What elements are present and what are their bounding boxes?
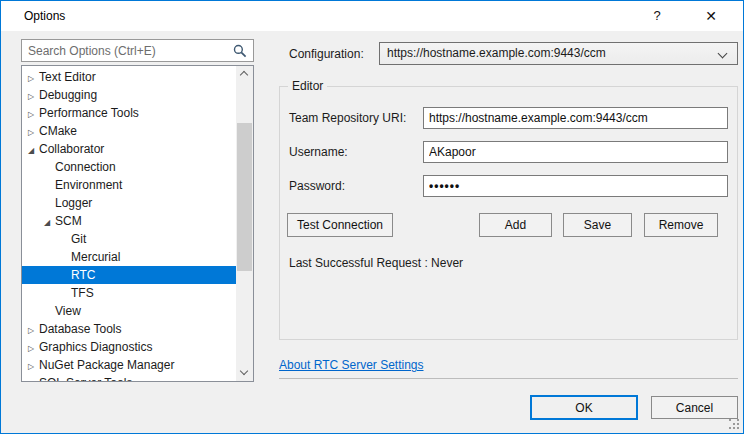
resize-grip-icon[interactable] xyxy=(729,419,739,429)
tree-item-label: Graphics Diagnostics xyxy=(39,340,152,354)
tree-item-label: NuGet Package Manager xyxy=(39,358,174,372)
search-box xyxy=(21,39,254,62)
username-label: Username: xyxy=(289,145,348,159)
tree-item-label: CMake xyxy=(39,124,77,138)
tree-expanded-icon[interactable]: ◢ xyxy=(44,214,55,230)
tree-item-label: Logger xyxy=(55,196,92,210)
tree-item-view[interactable]: View xyxy=(22,302,236,320)
tree-scrollbar[interactable] xyxy=(236,66,253,381)
team-repository-uri-field[interactable] xyxy=(423,107,728,129)
tree-item-label: Git xyxy=(71,232,86,246)
tree-item-connection[interactable]: Connection xyxy=(22,158,236,176)
options-tree-rows: ▷Text Editor▷Debugging▷Performance Tools… xyxy=(22,68,236,382)
scroll-down-icon[interactable] xyxy=(236,364,253,381)
test-connection-button[interactable]: Test Connection xyxy=(287,213,393,237)
tree-item-label: Mercurial xyxy=(71,250,120,264)
editor-group-title: Editor xyxy=(288,79,327,93)
tree-item-label: Connection xyxy=(55,160,116,174)
remove-button[interactable]: Remove xyxy=(644,213,718,237)
configuration-value: https://hostname.example.com:9443/ccm xyxy=(387,46,606,60)
tree-item-label: TFS xyxy=(71,286,94,300)
tree-item-database-tools[interactable]: ▷Database Tools xyxy=(22,320,236,338)
team-repository-uri-label: Team Repository URI: xyxy=(289,111,406,125)
tree-item-collaborator[interactable]: ◢Collaborator xyxy=(22,140,236,158)
tree-item-text-editor[interactable]: ▷Text Editor xyxy=(22,68,236,86)
tree-collapsed-icon[interactable]: ▷ xyxy=(28,340,39,356)
tree-expanded-icon[interactable]: ◢ xyxy=(28,142,39,158)
tree-item-label: Environment xyxy=(55,178,122,192)
close-icon[interactable]: ✕ xyxy=(689,1,733,31)
tree-item-logger[interactable]: Logger xyxy=(22,194,236,212)
cancel-button[interactable]: Cancel xyxy=(651,396,738,419)
tree-item-nuget-package-manager[interactable]: ▷NuGet Package Manager xyxy=(22,356,236,374)
chevron-down-icon xyxy=(718,49,728,59)
tree-item-label: Text Editor xyxy=(39,70,96,84)
tree-item-environment[interactable]: Environment xyxy=(22,176,236,194)
tree-item-sql-server-tools[interactable]: ▷SQL Server Tools xyxy=(22,374,236,382)
tree-item-label: Database Tools xyxy=(39,322,122,336)
help-icon[interactable]: ? xyxy=(637,1,677,31)
save-button[interactable]: Save xyxy=(563,213,632,237)
options-tree: ▷Text Editor▷Debugging▷Performance Tools… xyxy=(21,65,254,382)
tree-collapsed-icon[interactable]: ▷ xyxy=(28,88,39,104)
tree-item-scm[interactable]: ◢SCM xyxy=(22,212,236,230)
search-input[interactable] xyxy=(22,40,253,61)
about-rtc-link[interactable]: About RTC Server Settings xyxy=(279,358,424,372)
tree-collapsed-icon[interactable]: ▷ xyxy=(28,376,39,382)
password-label: Password: xyxy=(289,179,345,193)
tree-item-rtc[interactable]: RTC xyxy=(22,266,236,284)
tree-item-label: View xyxy=(55,304,81,318)
footer-separator xyxy=(279,378,738,379)
tree-item-label: Collaborator xyxy=(39,142,104,156)
tree-item-performance-tools[interactable]: ▷Performance Tools xyxy=(22,104,236,122)
tree-item-label: Performance Tools xyxy=(39,106,139,120)
options-dialog: Options ? ✕ ▷Text Editor▷Debugging▷Perfo… xyxy=(0,0,744,434)
tree-item-debugging[interactable]: ▷Debugging xyxy=(22,86,236,104)
tree-item-label: SCM xyxy=(55,214,82,228)
configuration-dropdown[interactable]: https://hostname.example.com:9443/ccm xyxy=(379,42,738,65)
password-field[interactable] xyxy=(423,175,728,197)
configuration-label: Configuration: xyxy=(289,47,364,61)
tree-item-label: RTC xyxy=(71,268,95,282)
tree-item-graphics-diagnostics[interactable]: ▷Graphics Diagnostics xyxy=(22,338,236,356)
tree-item-mercurial[interactable]: Mercurial xyxy=(22,248,236,266)
tree-item-cmake[interactable]: ▷CMake xyxy=(22,122,236,140)
scroll-up-icon[interactable] xyxy=(236,66,253,83)
username-field[interactable] xyxy=(423,141,728,163)
dialog-title: Options xyxy=(24,9,65,23)
tree-collapsed-icon[interactable]: ▷ xyxy=(28,106,39,122)
search-icon[interactable] xyxy=(233,44,247,58)
tree-item-label: SQL Server Tools xyxy=(39,376,132,382)
scrollbar-thumb[interactable] xyxy=(237,123,252,271)
tree-item-label: Debugging xyxy=(39,88,97,102)
add-button[interactable]: Add xyxy=(479,213,552,237)
last-request-status: Last Successful Request : Never xyxy=(289,256,463,270)
tree-item-git[interactable]: Git xyxy=(22,230,236,248)
tree-collapsed-icon[interactable]: ▷ xyxy=(28,358,39,374)
tree-collapsed-icon[interactable]: ▷ xyxy=(28,70,39,86)
tree-collapsed-icon[interactable]: ▷ xyxy=(28,322,39,338)
title-bar[interactable]: Options ? ✕ xyxy=(1,1,743,31)
tree-item-tfs[interactable]: TFS xyxy=(22,284,236,302)
ok-button[interactable]: OK xyxy=(530,395,638,420)
tree-collapsed-icon[interactable]: ▷ xyxy=(28,124,39,140)
